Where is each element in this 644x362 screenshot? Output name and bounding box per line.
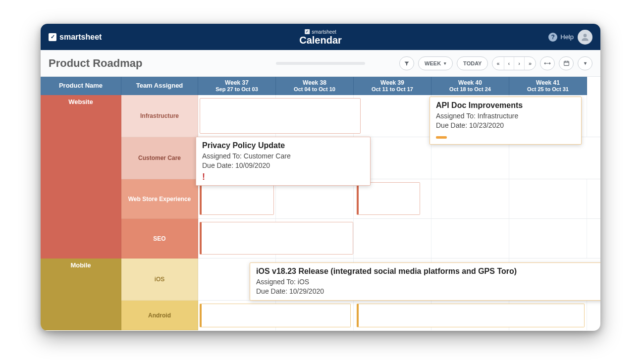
task-due: Due Date: 10/09/2020 bbox=[202, 161, 364, 170]
nav-last-button[interactable]: » bbox=[524, 57, 536, 70]
task-due: Due Date: 10/29/2020 bbox=[256, 287, 600, 296]
view-mode-label: WEEK bbox=[425, 60, 441, 66]
status-medium-icon bbox=[436, 136, 447, 139]
chevron-left-icon: ‹ bbox=[508, 60, 510, 66]
task-title: API Doc Improvements bbox=[436, 101, 575, 110]
col-week-range: Sep 27 to Oct 03 bbox=[215, 86, 258, 92]
lane-android[interactable] bbox=[198, 301, 600, 330]
task-card-ios-release[interactable]: iOS v18.23 Release (integrated social me… bbox=[250, 262, 600, 301]
task-outline[interactable] bbox=[200, 182, 274, 215]
today-button[interactable]: TODAY bbox=[457, 56, 488, 70]
col-week-name: Week 37 bbox=[225, 80, 249, 86]
task-title: Privacy Policy Update bbox=[202, 141, 364, 150]
app-title: Calendar bbox=[299, 35, 342, 45]
app-subbrand: ✓ smartsheet bbox=[299, 29, 342, 35]
col-week-38: Week 38 Oct 04 to Oct 10 bbox=[276, 77, 354, 95]
team-cell-seo[interactable]: SEO bbox=[121, 219, 198, 259]
task-assigned: Assigned To: Infrastructure bbox=[436, 111, 575, 121]
task-card-privacy[interactable]: Privacy Policy Update Assigned To: Custo… bbox=[196, 137, 371, 186]
brand-text: smartsheet bbox=[59, 33, 102, 42]
task-outline[interactable] bbox=[200, 98, 361, 134]
team-cell-infrastructure[interactable]: Infrastructure bbox=[121, 95, 198, 137]
task-assigned: Assigned To: iOS bbox=[256, 277, 600, 287]
col-week-37: Week 37 Sep 27 to Oct 03 bbox=[198, 77, 276, 95]
help-label: Help bbox=[560, 33, 574, 41]
date-picker-button[interactable] bbox=[559, 56, 574, 70]
caret-down-icon: ▾ bbox=[444, 61, 446, 66]
arrows-horizontal-icon bbox=[544, 60, 551, 66]
team-cell-customer-care[interactable]: Customer Care bbox=[121, 137, 198, 179]
col-week-range: Oct 11 to Oct 17 bbox=[372, 86, 413, 92]
team-cell-web-store[interactable]: Web Store Experience bbox=[121, 179, 198, 219]
page-title: Product Roadmap bbox=[49, 57, 142, 70]
calendar-icon bbox=[563, 60, 570, 66]
app-header: ✓ smartsheet ✓ smartsheet Calendar ? Hel… bbox=[41, 24, 600, 50]
task-assigned: Assigned To: Customer Care bbox=[202, 152, 364, 161]
svg-point-0 bbox=[584, 34, 587, 37]
status-alert-icon: ! bbox=[202, 172, 205, 182]
funnel-icon bbox=[404, 60, 410, 66]
svg-rect-1 bbox=[564, 61, 569, 66]
col-week-name: Week 38 bbox=[303, 80, 326, 86]
col-week-name: Week 40 bbox=[458, 80, 482, 86]
subbrand-text: smartsheet bbox=[312, 29, 336, 35]
col-week-name: Week 39 bbox=[380, 80, 404, 86]
col-week-range: Oct 04 to Oct 10 bbox=[294, 86, 335, 92]
scroll-indicator[interactable] bbox=[276, 62, 365, 65]
column-header-row: Product Name Team Assigned Week 37 Sep 2… bbox=[41, 77, 600, 95]
nav-prev-button[interactable]: ‹ bbox=[504, 57, 514, 70]
col-product: Product Name bbox=[41, 77, 121, 95]
product-cell-website: Website bbox=[41, 95, 121, 259]
chevron-right-icon: › bbox=[518, 60, 520, 66]
product-label: Mobile bbox=[70, 261, 91, 269]
user-icon bbox=[580, 32, 590, 42]
task-outline[interactable] bbox=[357, 304, 585, 327]
task-outline[interactable] bbox=[200, 304, 351, 327]
fit-width-button[interactable] bbox=[540, 56, 555, 70]
col-week-39: Week 39 Oct 11 to Oct 17 bbox=[354, 77, 431, 95]
col-week-40: Week 40 Oct 18 to Oct 24 bbox=[431, 77, 509, 95]
toolbar: Product Roadmap WEEK ▾ TODAY « ‹ › » bbox=[41, 50, 600, 77]
nav-next-button[interactable]: › bbox=[514, 57, 524, 70]
brand-icon: ✓ bbox=[49, 33, 56, 41]
chevrons-left-icon: « bbox=[496, 60, 499, 66]
brand: ✓ smartsheet bbox=[49, 33, 102, 42]
lane-seo[interactable] bbox=[198, 219, 600, 259]
chevrons-right-icon: » bbox=[529, 60, 532, 66]
col-week-range: Oct 25 to Oct 31 bbox=[527, 86, 569, 92]
nav-group: « ‹ › » bbox=[492, 56, 536, 70]
view-mode-select[interactable]: WEEK ▾ bbox=[418, 56, 453, 70]
caret-down-icon: ▾ bbox=[584, 60, 587, 66]
help-link[interactable]: ? Help bbox=[548, 33, 574, 42]
team-cell-android[interactable]: Android bbox=[121, 301, 198, 330]
filter-button[interactable] bbox=[399, 56, 414, 70]
nav-first-button[interactable]: « bbox=[492, 57, 503, 70]
col-team: Team Assigned bbox=[121, 77, 198, 95]
col-week-41: Week 41 Oct 25 to Oct 31 bbox=[509, 77, 587, 95]
product-label: Website bbox=[68, 98, 93, 105]
task-card-api[interactable]: API Doc Improvements Assigned To: Infras… bbox=[429, 97, 582, 145]
task-title: iOS v18.23 Release (integrated social me… bbox=[256, 267, 600, 276]
more-menu-button[interactable]: ▾ bbox=[578, 56, 592, 70]
product-cell-mobile: Mobile bbox=[41, 259, 121, 330]
user-avatar[interactable] bbox=[578, 30, 592, 45]
help-icon: ? bbox=[548, 33, 557, 42]
today-label: TODAY bbox=[463, 60, 482, 66]
task-outline[interactable] bbox=[357, 182, 420, 215]
task-due: Due Date: 10/23/2020 bbox=[436, 121, 575, 130]
subbrand-icon: ✓ bbox=[305, 29, 310, 34]
col-week-range: Oct 18 to Oct 24 bbox=[449, 86, 491, 92]
app-title-block: ✓ smartsheet Calendar bbox=[299, 29, 342, 45]
col-week-name: Week 41 bbox=[536, 80, 560, 86]
team-cell-ios[interactable]: iOS bbox=[121, 259, 198, 301]
task-outline[interactable] bbox=[200, 222, 353, 255]
